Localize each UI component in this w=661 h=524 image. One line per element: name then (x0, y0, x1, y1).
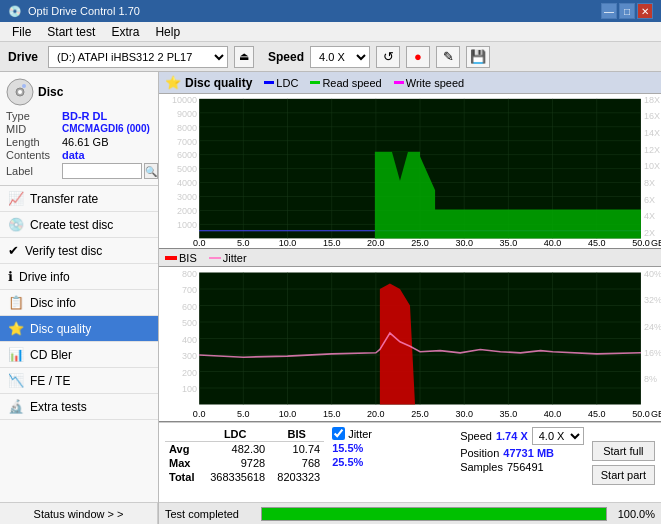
svg-text:45.0: 45.0 (588, 407, 606, 418)
sidebar-item-extra-tests[interactable]: 🔬 Extra tests (0, 394, 158, 420)
close-button[interactable]: ✕ (637, 3, 653, 19)
svg-text:40.0: 40.0 (544, 238, 562, 248)
svg-text:16X: 16X (644, 111, 660, 121)
disc-quality-header-icon: ⭐ (165, 75, 181, 90)
svg-text:10.0: 10.0 (279, 238, 297, 248)
maximize-button[interactable]: □ (619, 3, 635, 19)
chart2-header: BIS Jitter (159, 249, 661, 267)
ldc-col-header: LDC (201, 427, 269, 442)
drive-info-label: Drive info (19, 270, 70, 284)
menu-file[interactable]: File (4, 23, 39, 41)
svg-text:15.0: 15.0 (323, 407, 341, 418)
verify-test-disc-icon: ✔ (8, 243, 19, 258)
svg-text:0.0: 0.0 (193, 238, 206, 248)
chart2-svg: 800 700 600 500 400 300 200 100 40% 32% … (159, 267, 661, 421)
status-window-button[interactable]: Status window > > (0, 503, 158, 525)
menu-extra[interactable]: Extra (103, 23, 147, 41)
progress-text: 100.0% (613, 508, 655, 520)
svg-text:2000: 2000 (177, 206, 197, 216)
svg-text:2X: 2X (644, 228, 655, 238)
svg-text:30.0: 30.0 (455, 238, 473, 248)
max-bis: 768 (269, 456, 324, 470)
svg-point-3 (22, 84, 26, 88)
length-key: Length (6, 136, 62, 148)
drive-info-icon: ℹ (8, 269, 13, 284)
start-part-button[interactable]: Start part (592, 465, 655, 485)
sidebar-item-cd-bler[interactable]: 📊 CD Bler (0, 342, 158, 368)
disc-icon (6, 78, 34, 106)
svg-text:GB: GB (651, 407, 661, 418)
charts-area: 10000 9000 8000 7000 6000 5000 4000 3000… (159, 94, 661, 502)
contents-key: Contents (6, 149, 62, 161)
stats-area: LDC BIS Avg 482.30 10.74 Max (159, 422, 661, 502)
write-button[interactable]: ✎ (436, 46, 460, 68)
svg-text:50.0: 50.0 (632, 238, 650, 248)
svg-text:40%: 40% (644, 267, 661, 278)
avg-jitter-row: 15.5% (332, 442, 452, 454)
max-jitter-row: 25.5% (332, 456, 452, 468)
chart2-container: 800 700 600 500 400 300 200 100 40% 32% … (159, 267, 661, 422)
speed-label: Speed (268, 50, 304, 64)
sidebar-item-transfer-rate[interactable]: 📈 Transfer rate (0, 186, 158, 212)
disc-quality-title: Disc quality (185, 76, 252, 90)
svg-text:5000: 5000 (177, 165, 197, 175)
svg-text:50.0: 50.0 (632, 407, 650, 418)
svg-text:25.0: 25.0 (411, 238, 429, 248)
svg-text:0.0: 0.0 (193, 407, 206, 418)
avg-row: Avg 482.30 10.74 (165, 442, 324, 457)
menu-start-test[interactable]: Start test (39, 23, 103, 41)
drive-select[interactable]: (D:) ATAPI iHBS312 2 PL17 (48, 46, 228, 68)
stats-speed-select[interactable]: 4.0 X (532, 427, 584, 445)
total-label: Total (165, 470, 201, 484)
eject-button[interactable]: ⏏ (234, 46, 254, 68)
disc-quality-header: ⭐ Disc quality LDC Read speed Write spee… (159, 72, 661, 94)
svg-text:32%: 32% (644, 294, 661, 305)
sidebar-item-verify-test-disc[interactable]: ✔ Verify test disc (0, 238, 158, 264)
disc-quality-icon: ⭐ (8, 321, 24, 336)
title-bar: 💿 Opti Drive Control 1.70 — □ ✕ (0, 0, 661, 22)
total-bis: 8203323 (269, 470, 324, 484)
avg-jitter: 15.5% (332, 442, 363, 454)
sidebar-item-drive-info[interactable]: ℹ Drive info (0, 264, 158, 290)
type-key: Type (6, 110, 62, 122)
chart1-container: 10000 9000 8000 7000 6000 5000 4000 3000… (159, 94, 661, 249)
sidebar-item-fe-te[interactable]: 📉 FE / TE (0, 368, 158, 394)
disc-quality-label: Disc quality (30, 322, 91, 336)
start-full-button[interactable]: Start full (592, 441, 655, 461)
svg-text:100: 100 (182, 383, 197, 394)
jitter-checkbox[interactable] (332, 427, 345, 440)
record-button[interactable]: ● (406, 46, 430, 68)
sidebar-item-disc-info[interactable]: 📋 Disc info (0, 290, 158, 316)
samples-val: 756491 (507, 461, 544, 473)
menu-help[interactable]: Help (147, 23, 188, 41)
speed-select[interactable]: 4.0 X (310, 46, 370, 68)
svg-text:600: 600 (182, 300, 197, 311)
cd-bler-label: CD Bler (30, 348, 72, 362)
app-title: Opti Drive Control 1.70 (28, 5, 140, 17)
svg-text:20.0: 20.0 (367, 407, 385, 418)
sidebar-item-create-test-disc[interactable]: 💿 Create test disc (0, 212, 158, 238)
sidebar-item-disc-quality[interactable]: ⭐ Disc quality (0, 316, 158, 342)
minimize-button[interactable]: — (601, 3, 617, 19)
cd-bler-icon: 📊 (8, 347, 24, 362)
reload-button[interactable]: ↺ (376, 46, 400, 68)
stats-table: LDC BIS Avg 482.30 10.74 Max (165, 427, 324, 498)
avg-ldc: 482.30 (201, 442, 269, 457)
label-input[interactable] (62, 163, 142, 179)
speed-label-stat: Speed (460, 430, 492, 442)
svg-text:GB: GB (651, 238, 661, 248)
save-button[interactable]: 💾 (466, 46, 490, 68)
svg-text:700: 700 (182, 284, 197, 295)
svg-text:4000: 4000 (177, 179, 197, 189)
svg-text:25.0: 25.0 (411, 407, 429, 418)
svg-text:5.0: 5.0 (237, 238, 250, 248)
svg-text:5.0: 5.0 (237, 407, 250, 418)
type-val: BD-R DL (62, 110, 107, 122)
svg-point-2 (18, 90, 22, 94)
svg-text:6000: 6000 (177, 151, 197, 161)
svg-text:20.0: 20.0 (367, 238, 385, 248)
drive-label: Drive (8, 50, 38, 64)
svg-text:400: 400 (182, 333, 197, 344)
label-search-button[interactable]: 🔍 (144, 163, 158, 179)
svg-text:30.0: 30.0 (455, 407, 473, 418)
